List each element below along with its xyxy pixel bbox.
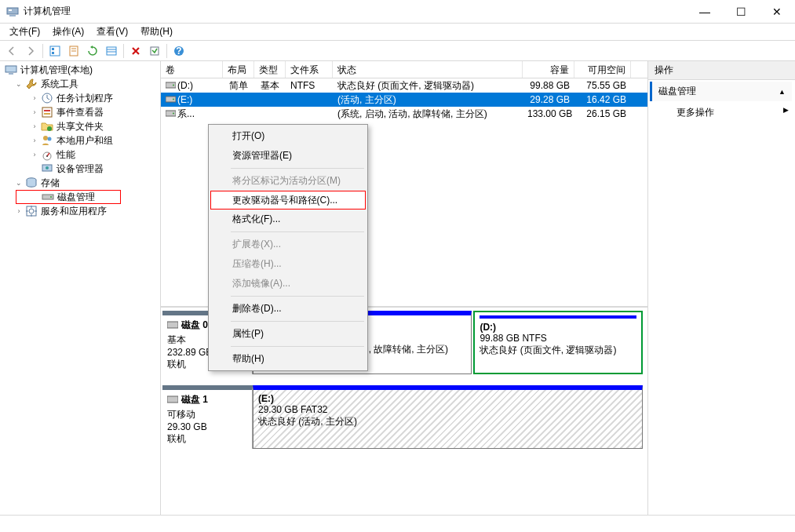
disk-icon <box>42 191 54 203</box>
expander-icon[interactable]: › <box>30 107 39 117</box>
tree-device-manager[interactable]: › 设备管理器 <box>0 162 160 176</box>
svg-point-34 <box>173 85 174 86</box>
minimize-button[interactable]: — <box>687 0 723 24</box>
properties-button-2[interactable] <box>146 42 163 60</box>
col-filesystem[interactable]: 文件系统 <box>286 61 333 78</box>
properties-button[interactable] <box>65 42 82 60</box>
svg-rect-12 <box>151 47 159 55</box>
menu-explorer[interactable]: 资源管理器(E) <box>210 146 366 166</box>
expander-icon[interactable]: › <box>30 93 39 103</box>
wrench-icon <box>25 78 38 90</box>
list-button[interactable] <box>103 42 120 60</box>
close-button[interactable]: ✕ <box>759 0 795 24</box>
expander-icon[interactable]: ⌄ <box>14 79 24 89</box>
col-volume[interactable]: 卷 <box>161 61 223 78</box>
help-button[interactable]: ? <box>170 42 188 60</box>
svg-point-25 <box>46 155 48 157</box>
menu-properties[interactable]: 属性(P) <box>210 324 366 344</box>
tree-services[interactable]: › 服务和应用程序 <box>0 204 160 218</box>
tree-task-scheduler[interactable]: › 任务计划程序 <box>0 91 160 105</box>
table-row[interactable]: (D:) 简单 基本 NTFS 状态良好 (页面文件, 逻辑驱动器) 99.88… <box>161 78 647 93</box>
users-icon <box>41 134 53 147</box>
tree-shared-folders[interactable]: › 共享文件夹 <box>0 119 160 133</box>
action-section-diskmgr[interactable]: 磁盘管理 ▲ <box>650 82 792 101</box>
titlebar: 计算机管理 — ☐ ✕ <box>0 0 795 24</box>
menu-change-drive-letter[interactable]: 更改驱动器号和路径(C)... <box>210 191 366 210</box>
expander-icon[interactable]: › <box>30 150 39 159</box>
tree-disk-management[interactable]: › 磁盘管理 <box>16 190 121 204</box>
disk-block-1[interactable]: 磁盘 1 可移动 29.30 GB 联机 (E:) 29.30 GB FAT32… <box>162 385 644 449</box>
col-status[interactable]: 状态 <box>333 61 523 78</box>
expander-icon[interactable]: ⌄ <box>14 178 24 188</box>
menu-mirror: 添加镜像(A)... <box>210 274 366 293</box>
action-header: 操作 <box>648 61 795 80</box>
refresh-button[interactable] <box>84 42 101 60</box>
svg-rect-3 <box>50 46 60 56</box>
menu-delete[interactable]: 删除卷(D)... <box>210 299 366 319</box>
show-hide-tree-button[interactable] <box>46 42 64 60</box>
disk-hw-icon <box>167 320 178 331</box>
svg-rect-4 <box>52 48 54 50</box>
delete-button[interactable] <box>127 42 144 60</box>
svg-rect-9 <box>107 47 116 55</box>
col-type[interactable]: 类型 <box>254 61 286 78</box>
volume-icon <box>166 81 176 89</box>
tree-systools[interactable]: ⌄ 系统工具 <box>0 77 160 91</box>
volume-header: 卷 布局 类型 文件系统 状态 容量 可用空间 <box>161 61 647 78</box>
back-button[interactable] <box>3 42 20 60</box>
app-icon <box>6 5 19 18</box>
action-more[interactable]: 更多操作 ▶ <box>648 103 795 122</box>
storage-icon <box>25 177 38 189</box>
services-icon <box>25 205 38 217</box>
svg-text:?: ? <box>176 46 181 56</box>
menu-help[interactable]: 帮助(H) <box>210 349 366 369</box>
tree-storage[interactable]: ⌄ 存储 <box>0 176 160 190</box>
svg-rect-5 <box>52 52 54 54</box>
svg-rect-15 <box>5 66 16 72</box>
window-title: 计算机管理 <box>24 5 687 18</box>
svg-rect-37 <box>166 111 176 116</box>
menu-open[interactable]: 打开(O) <box>210 126 366 146</box>
menu-format[interactable]: 格式化(F)... <box>210 210 366 229</box>
action-pane: 操作 磁盘管理 ▲ 更多操作 ▶ <box>647 61 795 515</box>
expander-icon[interactable]: › <box>30 136 39 145</box>
svg-rect-39 <box>167 322 178 328</box>
menu-help[interactable]: 帮助(H) <box>134 24 179 40</box>
menu-action[interactable]: 操作(A) <box>46 24 90 40</box>
svg-rect-20 <box>44 113 50 115</box>
svg-point-22 <box>43 136 48 140</box>
partition-d[interactable]: (D:) 99.88 GB NTFS 状态良好 (页面文件, 逻辑驱动器) <box>473 311 643 374</box>
status-bar <box>0 515 795 532</box>
svg-rect-33 <box>166 82 176 88</box>
partition-e[interactable]: (E:) 29.30 GB FAT32 状态良好 (活动, 主分区) <box>253 385 643 449</box>
menu-view[interactable]: 查看(V) <box>90 24 134 40</box>
forward-button[interactable] <box>22 42 39 60</box>
col-capacity[interactable]: 容量 <box>523 61 574 78</box>
svg-rect-2 <box>9 9 12 11</box>
svg-rect-19 <box>44 110 50 111</box>
clock-icon <box>41 92 53 104</box>
table-row[interactable]: (E:) (活动, 主分区) 29.28 GB 16.42 GB <box>161 93 647 107</box>
menu-file[interactable]: 文件(F) <box>3 24 46 40</box>
disk-hw-icon <box>167 395 178 406</box>
tree-performance[interactable]: › 性能 <box>0 148 160 162</box>
menu-mark-active: 将分区标记为活动分区(M) <box>210 171 366 191</box>
device-icon <box>41 162 53 175</box>
svg-rect-18 <box>42 107 52 117</box>
volume-icon <box>166 109 176 118</box>
table-row[interactable]: 系... (系统, 启动, 活动, 故障转储, 主分区) 133.00 GB 2… <box>161 107 647 121</box>
perf-icon <box>41 148 53 161</box>
volume-icon <box>166 95 176 104</box>
svg-rect-35 <box>166 97 176 102</box>
maximize-button[interactable]: ☐ <box>723 0 759 24</box>
expander-icon[interactable]: › <box>30 122 39 131</box>
tree-event-viewer[interactable]: › 事件查看器 <box>0 105 160 119</box>
context-menu: 打开(O) 资源管理器(E) 将分区标记为活动分区(M) 更改驱动器号和路径(C… <box>208 124 368 371</box>
tree-local-users[interactable]: › 本地用户和组 <box>0 133 160 148</box>
toolbar: ? <box>0 41 795 61</box>
tree-root[interactable]: 计算机管理(本地) <box>0 63 160 77</box>
expander-icon[interactable]: › <box>14 206 24 216</box>
col-layout[interactable]: 布局 <box>223 61 254 78</box>
col-free[interactable]: 可用空间 <box>574 61 631 78</box>
menu-shrink: 压缩卷(H)... <box>210 254 366 274</box>
